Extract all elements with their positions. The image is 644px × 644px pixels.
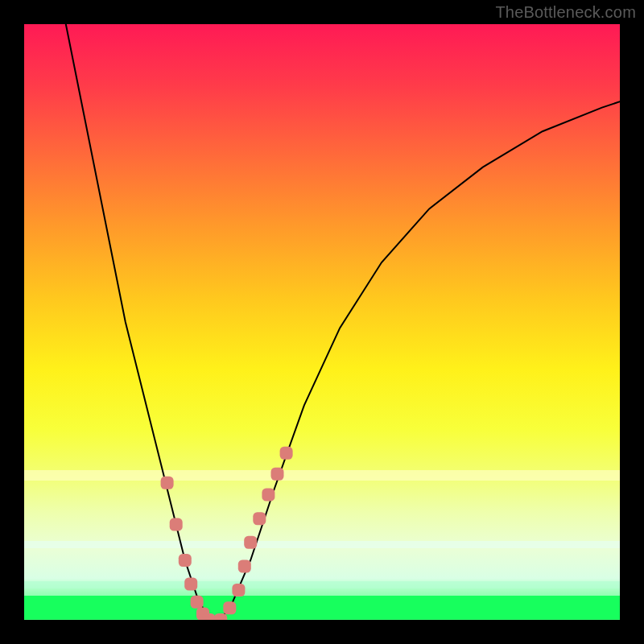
data-marker: [262, 489, 275, 502]
data-marker: [202, 613, 215, 620]
data-marker: [244, 536, 257, 549]
right-marker-group: [214, 447, 292, 620]
data-marker: [184, 578, 197, 591]
data-marker: [214, 613, 227, 620]
data-marker: [253, 512, 266, 525]
data-marker: [223, 601, 236, 614]
data-marker: [271, 468, 284, 481]
data-marker: [161, 477, 174, 489]
plot-area: [24, 24, 620, 620]
data-marker: [280, 447, 293, 460]
data-marker: [191, 596, 204, 609]
data-marker: [170, 518, 183, 531]
chart-svg: [24, 24, 620, 620]
data-marker: [232, 584, 245, 597]
watermark-text: TheBottleneck.com: [495, 3, 636, 22]
bottleneck-curve: [66, 24, 620, 620]
data-marker: [179, 554, 192, 567]
chart-frame: TheBottleneck.com: [0, 0, 644, 644]
data-marker: [238, 559, 251, 572]
